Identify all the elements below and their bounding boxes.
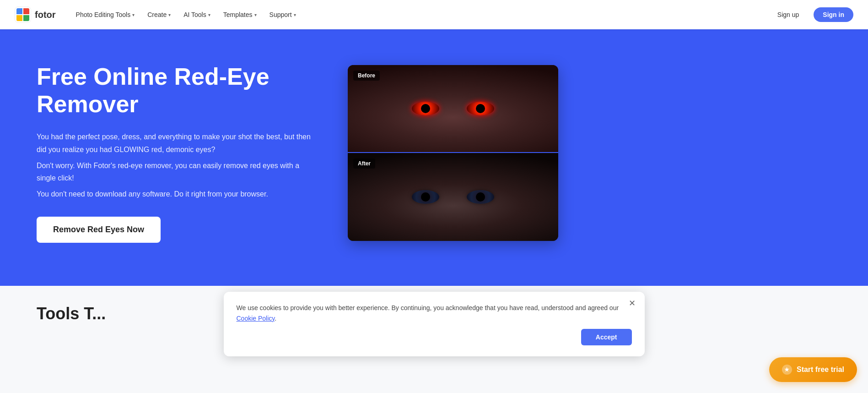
nav-menu: Photo Editing Tools ▾ Create ▾ AI Tools … [70,7,768,22]
cookie-text: We use cookies to provide you with bette… [237,303,632,323]
signin-button[interactable]: Sign in [814,7,853,22]
chevron-down-icon: ▾ [168,12,171,17]
nav-item-templates[interactable]: Templates ▾ [218,7,262,22]
logo[interactable]: fotor [15,6,56,23]
logo-text: fotor [35,10,56,20]
cookie-actions: Accept [237,329,632,345]
right-eye-before [467,102,494,115]
chevron-down-icon: ▾ [208,12,210,17]
right-eye-after [467,190,494,204]
nav-item-photo-editing[interactable]: Photo Editing Tools ▾ [70,7,140,22]
hero-title: Free Online Red-Eye Remover [37,63,320,118]
eyes-after [412,190,494,204]
after-face-art [348,153,558,241]
after-panel: After [348,153,558,241]
hero-description: You had the perfect pose, dress, and eve… [37,131,320,200]
before-panel: Before [348,65,558,153]
navbar: fotor Photo Editing Tools ▾ Create ▾ AI … [0,0,868,29]
logo-icon [15,6,31,23]
cookie-accept-button[interactable]: Accept [581,329,632,345]
before-after-image: Before After [348,65,558,241]
nav-item-support[interactable]: Support ▾ [264,7,302,22]
start-trial-button[interactable]: ★ Start free trial [769,357,857,382]
cookie-banner: ✕ We use cookies to provide you with bet… [224,292,645,356]
cookie-policy-link[interactable]: Cookie Policy [237,315,275,322]
chevron-down-icon: ▾ [294,12,296,17]
after-badge: After [353,158,375,169]
before-badge: Before [353,71,380,81]
chevron-down-icon: ▾ [254,12,257,17]
left-eye-before [412,102,439,115]
nav-auth: Sign up Sign in [768,7,853,22]
nav-item-ai-tools[interactable]: AI Tools ▾ [178,7,216,22]
trial-icon: ★ [782,365,792,375]
hero-section: Free Online Red-Eye Remover You had the … [0,29,868,286]
signup-button[interactable]: Sign up [768,7,808,22]
cookie-close-button[interactable]: ✕ [629,299,636,307]
trial-label: Start free trial [797,366,844,374]
chevron-down-icon: ▾ [132,12,135,17]
hero-content: Free Online Red-Eye Remover You had the … [37,63,320,243]
left-eye-after [412,190,439,204]
remove-red-eyes-button[interactable]: Remove Red Eyes Now [37,217,161,243]
eyes-before [412,102,494,115]
nav-item-create[interactable]: Create ▾ [142,7,176,22]
